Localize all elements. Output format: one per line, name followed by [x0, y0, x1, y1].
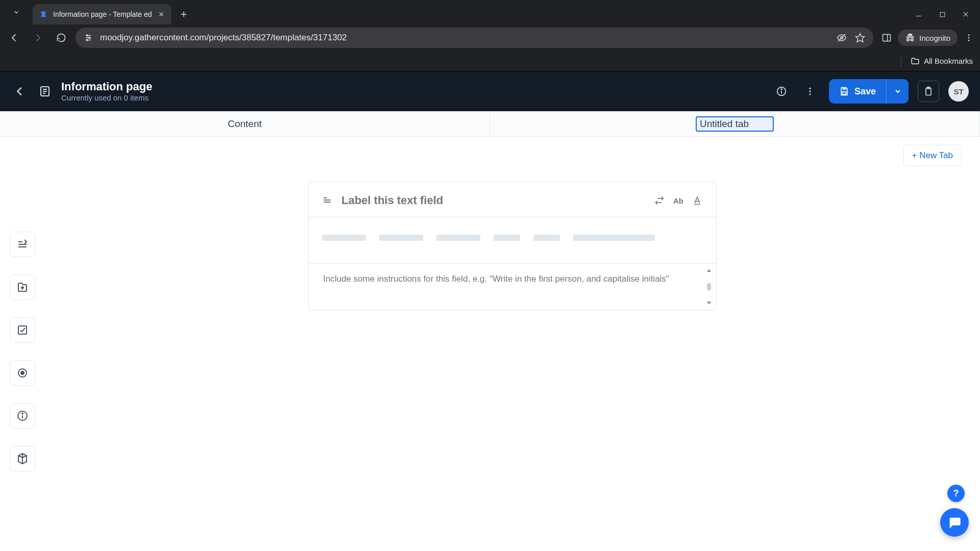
address-bar[interactable]: moodjoy.gathercontent.com/projects/38582… — [76, 28, 873, 48]
address-bar-url: moodjoy.gathercontent.com/projects/38582… — [100, 33, 829, 43]
field-tools: Ab — [654, 195, 703, 206]
svg-point-13 — [86, 39, 88, 41]
field-instructions — [309, 263, 716, 310]
save-button-label: Save — [854, 86, 876, 97]
browser-tab-active[interactable]: Information page - Template ed — [33, 4, 172, 24]
new-tab-button[interactable]: + New Tab — [903, 145, 962, 166]
svg-point-33 — [809, 90, 811, 92]
browser-toolbar: moodjoy.gathercontent.com/projects/38582… — [0, 24, 980, 51]
text-field-icon — [322, 195, 333, 206]
repeatable-icon[interactable] — [654, 195, 665, 206]
help-badge-button[interactable]: ? — [947, 485, 965, 502]
browser-forward-button[interactable] — [29, 29, 47, 47]
browser-tab-title: Information page - Template ed — [53, 10, 152, 18]
close-icon[interactable] — [157, 10, 165, 18]
svg-point-24 — [968, 40, 970, 41]
template-icon — [38, 84, 52, 98]
left-tool-rail — [0, 137, 45, 551]
formatting-icon[interactable] — [692, 195, 703, 206]
bookmark-star-icon[interactable] — [854, 32, 866, 44]
save-icon — [839, 86, 849, 96]
skeleton-bar — [494, 235, 520, 241]
more-menu-button[interactable] — [800, 82, 820, 101]
side-panel-icon[interactable] — [880, 32, 893, 44]
editor-canvas[interactable]: + New Tab Ab — [45, 137, 980, 551]
help-badge-text: ? — [953, 488, 959, 499]
user-avatar[interactable]: ST — [948, 81, 969, 102]
skeleton-bar — [322, 235, 366, 241]
svg-rect-21 — [906, 37, 914, 38]
tool-checkbox[interactable] — [10, 317, 35, 343]
window-maximize-button[interactable] — [937, 9, 947, 19]
tool-text-field[interactable] — [10, 232, 35, 257]
tab-search-button[interactable] — [4, 0, 29, 24]
clipboard-button[interactable] — [918, 81, 939, 102]
eye-off-icon[interactable] — [836, 32, 848, 44]
app-header: Information page Currently used on 0 ite… — [0, 71, 980, 111]
content-tab-content[interactable]: Content — [0, 111, 490, 136]
window-close-button[interactable] — [961, 9, 971, 19]
title-block: Information page Currently used on 0 ite… — [61, 81, 152, 102]
avatar-initials: ST — [953, 87, 963, 96]
tool-radio[interactable] — [10, 360, 35, 386]
window-controls — [914, 9, 976, 24]
window-minimize-button[interactable] — [914, 9, 924, 19]
svg-point-47 — [22, 413, 23, 414]
svg-rect-17 — [883, 34, 891, 41]
browser-reload-button[interactable] — [52, 29, 70, 47]
new-browser-tab-button[interactable] — [176, 6, 192, 22]
browser-tabstrip: Information page - Template ed — [0, 0, 980, 24]
tool-guidelines[interactable] — [10, 403, 35, 429]
skeleton-bar — [573, 235, 655, 241]
svg-rect-42 — [18, 326, 27, 334]
chat-fab-button[interactable] — [940, 508, 969, 537]
new-tab-label: + New Tab — [912, 151, 953, 160]
scroll-down-icon — [706, 300, 712, 306]
editor-body: + New Tab Ab — [0, 137, 980, 551]
char-limit-button[interactable]: Ab — [673, 196, 683, 205]
folder-icon — [911, 57, 920, 66]
text-field-card[interactable]: Ab — [308, 182, 717, 310]
svg-point-11 — [86, 35, 88, 36]
tool-attachment[interactable] — [10, 274, 35, 300]
skeleton-bar — [379, 235, 423, 241]
page-title: Information page — [61, 81, 152, 93]
svg-point-12 — [89, 37, 90, 39]
content-tab-untitled[interactable] — [490, 111, 980, 136]
tab-name-input[interactable] — [696, 116, 774, 132]
app-viewport: Information page Currently used on 0 ite… — [0, 71, 980, 551]
save-options-button[interactable] — [886, 79, 909, 104]
tool-component[interactable] — [10, 446, 35, 471]
chevron-down-icon — [11, 7, 22, 18]
favicon-icon — [39, 10, 48, 19]
browser-menu-button[interactable] — [963, 32, 975, 44]
skeleton-bar — [436, 235, 480, 241]
incognito-indicator[interactable]: Incognito — [898, 30, 958, 46]
info-button[interactable] — [772, 82, 791, 101]
svg-marker-16 — [856, 34, 865, 42]
page-subtitle: Currently used on 0 items — [61, 93, 152, 102]
svg-point-32 — [809, 88, 811, 89]
svg-point-31 — [781, 89, 782, 90]
field-body-placeholder[interactable] — [309, 217, 716, 263]
field-card-header: Ab — [309, 182, 716, 217]
save-button[interactable]: Save — [829, 79, 886, 104]
bookbar-divider — [901, 56, 901, 67]
svg-point-34 — [809, 93, 811, 95]
app-back-button[interactable] — [11, 83, 29, 100]
field-label-input[interactable] — [340, 193, 647, 208]
instructions-scrollbar[interactable] — [705, 268, 713, 306]
svg-point-20 — [911, 39, 913, 41]
svg-marker-55 — [707, 269, 711, 272]
scroll-thumb[interactable] — [707, 283, 711, 290]
browser-back-button[interactable] — [5, 29, 23, 47]
site-settings-icon[interactable] — [83, 32, 94, 43]
instructions-input[interactable] — [322, 272, 688, 298]
svg-rect-36 — [843, 92, 846, 94]
save-button-group: Save — [829, 79, 909, 104]
content-tab-label: Content — [228, 118, 262, 130]
scroll-up-icon — [706, 268, 712, 273]
svg-point-19 — [907, 39, 909, 41]
chat-icon — [947, 515, 962, 530]
all-bookmarks-button[interactable]: All Bookmarks — [911, 57, 973, 66]
